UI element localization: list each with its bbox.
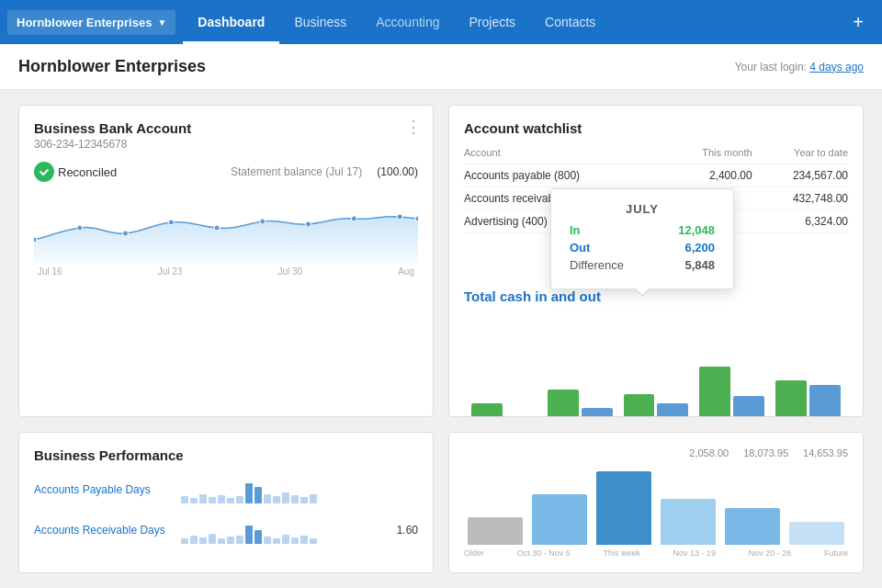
brand-menu[interactable]: Hornblower Enterprises ▼ bbox=[7, 10, 175, 35]
bar-july-blue bbox=[733, 396, 764, 417]
last-login: Your last login: 4 days ago bbox=[735, 61, 864, 74]
top-nav: Hornblower Enterprises ▼ Dashboard Busin… bbox=[0, 0, 882, 44]
aged-bar bbox=[468, 517, 523, 545]
aged-bar-future bbox=[789, 522, 844, 545]
col-this-month: This month bbox=[665, 147, 752, 164]
bar-group-august bbox=[775, 380, 841, 417]
col-account: Account bbox=[464, 147, 665, 164]
main-content: Business Bank Account 306-234-12345678 ⋮… bbox=[0, 90, 882, 588]
aged-bar bbox=[789, 522, 844, 545]
sub-header: Hornblower Enterprises Your last login: … bbox=[0, 44, 882, 90]
mini-bar bbox=[300, 536, 308, 544]
svg-point-2 bbox=[123, 231, 129, 236]
perf-value-receivable: 1.60 bbox=[381, 524, 418, 537]
nav-item-projects[interactable]: Projects bbox=[455, 0, 531, 44]
aged-bar-labels: Older Oct 30 - Nov 5 This week Nov 13 - … bbox=[464, 548, 848, 558]
card-menu-icon[interactable]: ⋮ bbox=[405, 117, 422, 137]
year-to-date-value: 6,324.00 bbox=[752, 210, 848, 233]
label-jul16: Jul 16 bbox=[38, 266, 62, 277]
bar-august-blue bbox=[809, 385, 841, 417]
brand-name: Hornblower Enterprises bbox=[17, 16, 152, 29]
aged-bar bbox=[725, 508, 780, 545]
mini-bar bbox=[310, 494, 317, 503]
mini-bar bbox=[209, 497, 216, 503]
aged-label-thisweek: This week bbox=[603, 548, 640, 558]
svg-point-6 bbox=[306, 221, 311, 227]
tooltip-in-value: 12,048 bbox=[678, 223, 715, 237]
nav-item-business[interactable]: Business bbox=[279, 0, 361, 44]
mini-bar-highlight bbox=[245, 526, 253, 544]
aged-bar bbox=[661, 499, 716, 545]
perf-row-receivable: Accounts Receivable Days 1.60 bbox=[34, 516, 418, 544]
bar-may-green bbox=[548, 390, 579, 417]
checkmark-icon bbox=[39, 166, 50, 177]
nav-item-accounting[interactable]: Accounting bbox=[361, 0, 454, 44]
nav-item-dashboard[interactable]: Dashboard bbox=[183, 0, 279, 44]
year-to-date-value: 432,748.00 bbox=[752, 187, 848, 210]
mini-bar bbox=[199, 494, 207, 503]
aged-bar bbox=[532, 494, 587, 545]
mini-bar bbox=[181, 538, 188, 544]
mini-bar-highlight bbox=[254, 530, 262, 544]
cash-chart-title: Total cash in and out bbox=[464, 288, 848, 304]
mini-bar bbox=[190, 498, 198, 503]
brand-arrow-icon: ▼ bbox=[157, 17, 166, 28]
svg-point-1 bbox=[77, 225, 83, 231]
aged-bar-oct bbox=[532, 494, 587, 545]
tooltip-out-value: 6,200 bbox=[684, 241, 715, 254]
nav-item-contacts[interactable]: Contacts bbox=[530, 0, 610, 44]
mini-bar bbox=[300, 497, 308, 503]
mini-bar-highlight bbox=[254, 487, 262, 503]
bar-group-april bbox=[471, 403, 537, 417]
tooltip-month: JULY bbox=[570, 202, 715, 216]
mini-bar bbox=[282, 535, 289, 544]
last-login-label: Your last login: bbox=[735, 61, 807, 74]
aged-value-2: 18,073.95 bbox=[743, 447, 788, 458]
mini-bar bbox=[273, 496, 280, 503]
reconcile-badge: Reconciled bbox=[34, 162, 117, 182]
year-to-date-value: 234,567.00 bbox=[752, 164, 848, 187]
mini-bars-payable bbox=[181, 476, 372, 503]
table-row: Accounts payable (800) 2,400.00 234,567.… bbox=[464, 164, 848, 187]
perf-label-payable[interactable]: Accounts Payable Days bbox=[34, 483, 172, 496]
mini-bar bbox=[282, 492, 289, 503]
bank-account-card: Business Bank Account 306-234-12345678 ⋮… bbox=[18, 105, 434, 417]
col-year-to-date: Year to date bbox=[752, 147, 848, 164]
aged-label-future: Future bbox=[824, 548, 848, 558]
account-name: Accounts payable (800) bbox=[464, 164, 665, 187]
last-login-link[interactable]: 4 days ago bbox=[809, 61, 864, 74]
check-circle-icon bbox=[34, 162, 54, 182]
mini-bar bbox=[218, 495, 225, 503]
aged-value-1: 2,058.00 bbox=[689, 447, 729, 458]
aged-label-oct: Oct 30 - Nov 5 bbox=[517, 548, 571, 558]
bar-july-green bbox=[699, 367, 730, 417]
aged-label-nov13: Nov 13 - 19 bbox=[673, 548, 717, 558]
tooltip-caret-icon bbox=[635, 289, 650, 297]
mini-bar bbox=[181, 496, 188, 503]
aged-bar bbox=[596, 471, 651, 545]
tooltip-out-row: Out 6,200 bbox=[570, 241, 715, 254]
cash-chart-area: Total cash in and out bbox=[464, 288, 848, 417]
cash-tooltip: JULY In 12,048 Out 6,200 Difference 5,84… bbox=[550, 188, 734, 289]
mini-bar bbox=[264, 494, 271, 503]
mini-bar bbox=[218, 538, 225, 544]
tooltip-in-label: In bbox=[570, 223, 581, 237]
tooltip-diff-row: Difference 5,848 bbox=[570, 258, 715, 272]
aged-values: 2,058.00 18,073.95 14,653.95 bbox=[464, 447, 848, 458]
mini-bar bbox=[291, 537, 299, 544]
aged-bar-older bbox=[468, 517, 523, 545]
svg-point-4 bbox=[214, 225, 220, 231]
this-month-value: 2,400.00 bbox=[665, 164, 752, 187]
statement-amount: (100.00) bbox=[377, 165, 418, 178]
svg-point-0 bbox=[34, 237, 37, 243]
svg-point-5 bbox=[260, 219, 266, 224]
mini-bar bbox=[291, 495, 299, 503]
bar-june-blue bbox=[657, 403, 688, 417]
add-button[interactable]: + bbox=[842, 8, 875, 37]
perf-label-receivable[interactable]: Accounts Receivable Days bbox=[34, 524, 172, 537]
bar-june-green bbox=[624, 394, 655, 417]
tooltip-out-label: Out bbox=[570, 241, 590, 254]
mini-bar bbox=[190, 536, 198, 544]
mini-bar bbox=[199, 537, 207, 544]
aged-label-nov20: Nov 20 - 26 bbox=[749, 548, 792, 558]
